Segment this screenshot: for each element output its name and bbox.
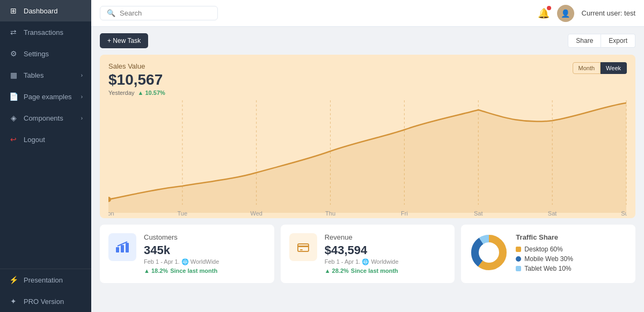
week-button[interactable]: Week — [601, 62, 627, 74]
sidebar: ⊞ Dashboard ⇄ Transactions ⚙ Settings ▦ … — [0, 0, 91, 312]
cube-icon: ◈ — [9, 113, 18, 123]
revenue-pct: ▲ 28.2% — [325, 268, 349, 274]
lightning-icon: ⚡ — [9, 275, 18, 285]
chevron-right-icon: › — [81, 94, 83, 100]
tag-icon: ✦ — [9, 296, 18, 306]
toolbar: + New Task Share Export — [100, 33, 635, 48]
toolbar-right: Share Export — [568, 34, 635, 48]
revenue-icon — [296, 240, 311, 255]
file-icon: 📄 — [9, 92, 18, 101]
sidebar-item-pro-version[interactable]: ✦ PRO Version — [0, 291, 91, 312]
customers-info: Customers 345k Feb 1 - Apr 1. 🌐 WorldWid… — [144, 233, 266, 274]
svg-rect-8 — [121, 245, 124, 252]
traffic-info: Traffic Share Desktop 60% Mobile Web 30%… — [516, 233, 627, 274]
sidebar-item-label: Dashboard — [24, 7, 58, 15]
table-icon: ▦ — [9, 70, 18, 80]
new-task-button[interactable]: + New Task — [100, 33, 148, 48]
x-label-fri: Fri — [401, 210, 408, 217]
svg-rect-7 — [116, 247, 119, 252]
traffic-item-desktop: Desktop 60% — [516, 246, 627, 253]
donut-chart — [470, 233, 508, 272]
svg-rect-12 — [300, 249, 303, 250]
header-right: 🔔 👤 Current user: test — [538, 5, 635, 22]
sales-header: Sales Value $10,567 Yesterday ▲ 10.57% M… — [108, 62, 627, 96]
revenue-card: Revenue $43,594 Feb 1 - Apr 1. 🌐 Worldwi… — [281, 225, 455, 283]
sales-value: $10,567 — [108, 71, 165, 88]
revenue-change-label: Since last month — [351, 268, 398, 274]
revenue-value: $43,594 — [325, 243, 447, 257]
traffic-card: Traffic Share Desktop 60% Mobile Web 30%… — [461, 225, 635, 283]
sales-chart-card: Sales Value $10,567 Yesterday ▲ 10.57% M… — [100, 55, 635, 218]
content-area: + New Task Share Export Sales Value $10,… — [91, 27, 644, 312]
x-label-tue: Tue — [178, 210, 188, 217]
customers-change-label: Since last month — [170, 268, 217, 274]
sales-chart-svg: Mon Tue Wed Thu Fri Sat Sat Sun — [108, 100, 627, 218]
desktop-label: Desktop 60% — [524, 246, 562, 253]
customers-icon-box — [108, 233, 136, 261]
bottom-row: Customers 345k Feb 1 - Apr 1. 🌐 WorldWid… — [100, 225, 635, 283]
header: 🔍 🔔 👤 Current user: test — [91, 0, 644, 27]
sidebar-item-tables[interactable]: ▦ Tables › — [0, 64, 91, 86]
sales-pct-change: ▲ 10.57% — [138, 90, 165, 96]
desktop-dot — [516, 247, 521, 252]
customers-card: Customers 345k Feb 1 - Apr 1. 🌐 WorldWid… — [100, 225, 274, 283]
customers-change: ▲ 18.2% Since last month — [144, 268, 266, 274]
month-button[interactable]: Month — [573, 62, 601, 74]
exchange-icon: ⇄ — [9, 27, 18, 37]
sidebar-item-page-examples[interactable]: 📄 Page examples › — [0, 86, 91, 107]
sidebar-item-label: Components — [24, 114, 63, 122]
sidebar-item-label: Transactions — [24, 28, 63, 36]
notification-bell[interactable]: 🔔 — [538, 8, 550, 19]
export-button[interactable]: Export — [601, 34, 635, 48]
revenue-change: ▲ 28.2% Since last month — [325, 268, 447, 274]
avatar: 👤 — [557, 5, 574, 22]
sidebar-item-label: Logout — [24, 136, 45, 144]
tablet-label: Tablet Web 10% — [524, 265, 571, 272]
yesterday-label: Yesterday — [108, 90, 135, 96]
mobile-label: Mobile Web 30% — [524, 255, 573, 263]
search-box[interactable]: 🔍 — [100, 6, 218, 20]
sidebar-item-label: Tables — [24, 71, 44, 79]
sidebar-item-label: Settings — [24, 50, 49, 58]
sales-info: Sales Value $10,567 Yesterday ▲ 10.57% — [108, 62, 165, 96]
current-user-label: Current user: test — [582, 9, 635, 17]
svg-rect-11 — [298, 246, 309, 247]
sidebar-item-presentation[interactable]: ⚡ Presentation — [0, 269, 91, 291]
search-input[interactable] — [120, 9, 211, 17]
x-label-thu: Thu — [325, 210, 335, 217]
grid-icon: ⊞ — [9, 6, 18, 16]
notification-badge — [547, 6, 551, 10]
chevron-right-icon: › — [81, 72, 83, 78]
customers-label: Customers — [144, 233, 266, 241]
customers-period: Feb 1 - Apr 1. 🌐 WorldWide — [144, 258, 266, 265]
traffic-item-tablet: Tablet Web 10% — [516, 265, 627, 272]
revenue-period: Feb 1 - Apr 1. 🌐 Worldwide — [325, 258, 447, 265]
customers-pct: ▲ 18.2% — [144, 268, 168, 274]
sales-meta: Yesterday ▲ 10.57% — [108, 90, 165, 96]
chart-icon — [115, 240, 130, 255]
customers-value: 345k — [144, 243, 266, 257]
sidebar-item-label: Page examples — [24, 93, 72, 101]
chart-fill-area — [108, 103, 626, 213]
x-label-sun: Sat — [548, 210, 557, 217]
sidebar-item-transactions[interactable]: ⇄ Transactions — [0, 21, 91, 43]
sidebar-item-components[interactable]: ◈ Components › — [0, 107, 91, 129]
sidebar-item-logout[interactable]: ↩ Logout — [0, 129, 91, 150]
x-label-mon: Mon — [108, 210, 114, 217]
sidebar-item-settings[interactable]: ⚙ Settings — [0, 43, 91, 64]
revenue-label: Revenue — [325, 233, 447, 241]
x-label-sat: Sat — [474, 210, 483, 217]
logout-icon: ↩ — [9, 135, 18, 144]
sidebar-item-label: Presentation — [24, 276, 63, 284]
search-icon: 🔍 — [107, 9, 115, 17]
gear-icon: ⚙ — [9, 49, 18, 58]
share-button[interactable]: Share — [568, 34, 601, 48]
sidebar-item-label: PRO Version — [24, 298, 64, 306]
mobile-dot — [516, 256, 521, 262]
chevron-right-icon: › — [81, 115, 83, 121]
x-label-end: Sun — [621, 210, 627, 217]
revenue-icon-box — [289, 233, 317, 261]
sales-title: Sales Value — [108, 62, 165, 70]
sidebar-item-dashboard[interactable]: ⊞ Dashboard — [0, 0, 91, 21]
traffic-item-mobile: Mobile Web 30% — [516, 255, 627, 263]
